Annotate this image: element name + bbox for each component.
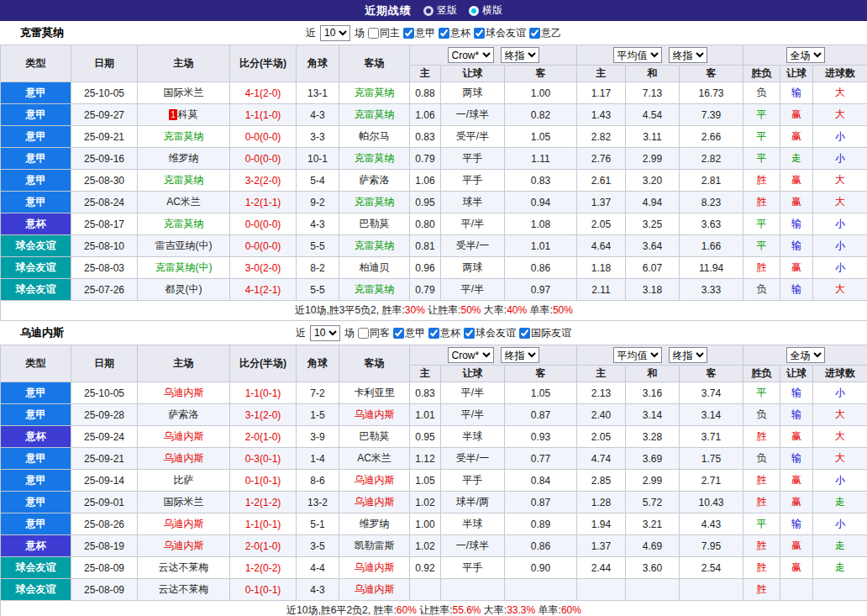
average-odds-cell: 4.74 xyxy=(577,448,626,470)
team-link[interactable]: 克雷莫纳 xyxy=(355,283,395,295)
team-link[interactable]: 乌迪内斯 xyxy=(355,408,395,420)
team-link[interactable]: 乌迪内斯 xyxy=(355,496,395,508)
layout-option-horizontal[interactable]: 横版 xyxy=(469,3,502,18)
odds-time-select[interactable]: 终指 xyxy=(501,47,539,63)
team-link[interactable]: 维罗纳 xyxy=(360,518,390,529)
filter-checkbox[interactable] xyxy=(439,28,449,39)
filter-checkbox[interactable] xyxy=(393,328,404,339)
average-select[interactable]: 平均值 xyxy=(613,347,662,363)
team-link[interactable]: 乌迪内斯 xyxy=(355,561,395,573)
filter-checkbox[interactable] xyxy=(464,328,475,339)
filter-check[interactable]: 意杯 xyxy=(428,326,460,340)
result-cell: 输 xyxy=(780,279,813,301)
team-link[interactable]: 克雷莫纳 xyxy=(164,130,204,142)
scope-select[interactable]: 全场 xyxy=(786,47,825,63)
team-link[interactable]: 乌迪内斯 xyxy=(164,452,204,464)
team-link[interactable]: 克雷莫纳 xyxy=(355,196,395,208)
team-link[interactable]: 柏迪贝 xyxy=(360,261,390,273)
filter-check[interactable]: 意甲 xyxy=(403,26,435,40)
team-link[interactable]: 巴勒莫 xyxy=(360,430,390,442)
team-link[interactable]: 凯勒雷斯 xyxy=(355,540,395,551)
recent-count-select[interactable]: 10 xyxy=(320,25,350,41)
filter-check[interactable]: 同客 xyxy=(358,326,390,340)
corners-cell: 8-6 xyxy=(297,470,339,492)
handicap-odds-cell: 1.02 xyxy=(410,535,441,557)
average-odds-cell: 1.75 xyxy=(680,448,744,470)
team-link[interactable]: 乌迪内斯 xyxy=(164,430,204,442)
odds-time-select[interactable]: 终指 xyxy=(501,347,539,363)
average-odds-cell: 8.23 xyxy=(680,192,744,213)
team-link[interactable]: 比萨 xyxy=(174,474,194,486)
tables-container: 克雷莫纳 近 10 场 同主意甲意杯球会友谊意乙 类型日期主场比分(半场)角球客… xyxy=(0,21,867,616)
team-link[interactable]: AC米兰 xyxy=(166,196,201,208)
result-cell: 输 xyxy=(780,404,813,426)
team-link[interactable]: 克雷莫纳 xyxy=(355,240,395,251)
team-link[interactable]: 克雷莫纳 xyxy=(355,152,395,164)
average-odds-cell: 3.33 xyxy=(680,279,744,301)
team-link[interactable]: 克雷莫纳(中) xyxy=(155,261,213,273)
scope-select[interactable]: 全场 xyxy=(786,347,825,363)
filter-check[interactable]: 意甲 xyxy=(393,326,425,340)
date-cell: 25-08-30 xyxy=(71,170,138,192)
filter-checkbox[interactable] xyxy=(428,328,439,339)
match-row: 意甲 25-09-28 萨索洛 3-1(2-0) 1-5 乌迪内斯 1.01平/… xyxy=(1,404,867,426)
filter-check[interactable]: 意乙 xyxy=(529,26,561,40)
team-link[interactable]: 克雷莫纳 xyxy=(355,87,395,98)
handicap-odds-cell: 两球 xyxy=(441,257,505,279)
handicap-odds-cell: 0.94 xyxy=(505,192,577,213)
result-cell: 输 xyxy=(780,213,813,235)
filter-check[interactable]: 意杯 xyxy=(439,26,470,40)
average-odds-cell: 3.16 xyxy=(626,382,680,404)
team-link[interactable]: 都灵(中) xyxy=(166,283,202,295)
league-cell: 意甲 xyxy=(1,192,71,213)
recent-count-select[interactable]: 10 xyxy=(310,325,340,341)
filter-check-label: 意乙 xyxy=(541,26,561,40)
odds-company-select[interactable]: Crow* xyxy=(448,47,494,63)
filter-check[interactable]: 同主 xyxy=(368,26,400,40)
filter-checkbox[interactable] xyxy=(519,328,530,339)
home-cell: 克雷莫纳 xyxy=(138,170,230,192)
team-link[interactable]: 帕尔马 xyxy=(360,130,390,142)
filter-checkbox[interactable] xyxy=(368,28,379,39)
summary-segment: 60% xyxy=(397,604,417,616)
team-link[interactable]: 克雷莫纳 xyxy=(355,108,395,120)
away-cell: 克雷莫纳 xyxy=(339,192,410,213)
team-link[interactable]: 雷吉亚纳(中) xyxy=(155,240,213,251)
average-select[interactable]: 平均值 xyxy=(613,47,662,63)
team-link[interactable]: 乌迪内斯 xyxy=(164,540,204,551)
team-link[interactable]: 维罗纳 xyxy=(169,152,199,164)
result-cell: 输 xyxy=(780,513,813,535)
filter-check[interactable]: 球会友谊 xyxy=(474,26,526,40)
team-link[interactable]: 云达不莱梅 xyxy=(159,583,209,595)
result-cell: 大 xyxy=(813,170,867,192)
result-cell: 赢 xyxy=(780,492,813,513)
filter-checkbox[interactable] xyxy=(358,328,369,339)
team-link[interactable]: 克雷莫纳 xyxy=(164,218,204,229)
team-link[interactable]: 巴勒莫 xyxy=(360,218,390,229)
filter-checkbox[interactable] xyxy=(403,28,414,39)
team-link[interactable]: 云达不莱梅 xyxy=(159,561,209,573)
score-cell: 1-1(1-0) xyxy=(230,104,297,126)
average-time-select[interactable]: 终指 xyxy=(669,47,707,63)
team-link[interactable]: 国际米兰 xyxy=(164,496,204,508)
team-link[interactable]: AC米兰 xyxy=(357,452,391,464)
filter-check[interactable]: 球会友谊 xyxy=(464,326,516,340)
result-cell: 赢 xyxy=(780,104,813,126)
team-link[interactable]: 国际米兰 xyxy=(164,87,204,98)
team-link[interactable]: 萨索洛 xyxy=(169,408,199,420)
filter-checkbox[interactable] xyxy=(529,28,540,39)
team-link[interactable]: 克雷莫纳 xyxy=(164,174,204,186)
team-link[interactable]: 乌迪内斯 xyxy=(164,518,204,529)
team-link[interactable]: 萨索洛 xyxy=(360,174,390,186)
team-link[interactable]: 卡利亚里 xyxy=(355,387,395,398)
team-link[interactable]: 乌迪内斯 xyxy=(355,474,395,486)
average-time-select[interactable]: 终指 xyxy=(669,347,707,363)
team-link[interactable]: 乌迪内斯 xyxy=(164,387,204,398)
team-link[interactable]: 乌迪内斯 xyxy=(355,583,395,595)
home-cell: 乌迪内斯 xyxy=(138,448,230,470)
layout-option-vertical[interactable]: 竖版 xyxy=(423,3,457,18)
filter-checkbox[interactable] xyxy=(474,28,485,39)
team-link[interactable]: 科莫 xyxy=(178,108,198,120)
filter-check[interactable]: 国际友谊 xyxy=(519,326,571,340)
odds-company-select[interactable]: Crow* xyxy=(448,347,494,363)
